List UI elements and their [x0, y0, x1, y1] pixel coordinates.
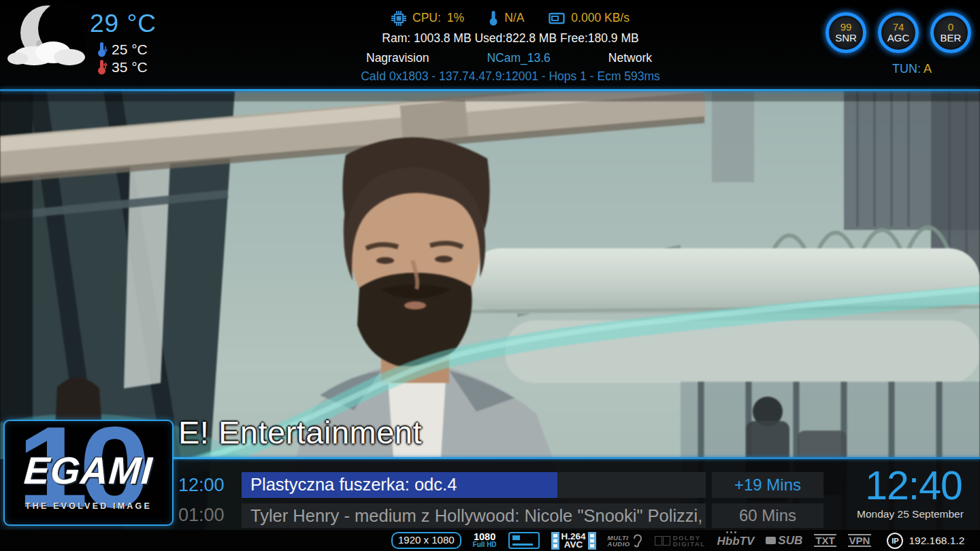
next-event-start-time: 01:00	[178, 505, 240, 526]
tuner-label: TUN:	[892, 62, 921, 76]
snr-label: SNR	[835, 33, 857, 44]
subtitles-indicator: SUB	[766, 534, 802, 548]
network-rate-value: 0.000 KB/s	[571, 11, 630, 25]
min-temperature-row: 25 °C	[97, 41, 148, 58]
ca-info-row: Nagravision NCam_13.6 Network	[366, 51, 652, 65]
video-codec-indicator: H.264 AVC	[551, 532, 596, 550]
resolution-height: 1080	[474, 533, 495, 541]
egami-logo: 10 EGAMI THE EVOLVED IMAGE	[3, 420, 174, 526]
snr-value: 99	[840, 22, 852, 33]
dolby-dd-icon	[655, 536, 670, 546]
max-temperature-row: 35 °C	[97, 59, 148, 76]
channel-name: E! Entertainment	[178, 414, 422, 451]
ber-label: BER	[941, 33, 962, 44]
system-stats-row: CPU: 1% N/A 0.000 KB	[265, 10, 755, 26]
agc-value: 74	[893, 22, 904, 33]
full-hd-label: Full HD	[473, 541, 497, 548]
current-event-box: Plastyczna fuszerka: odc.4	[242, 472, 706, 498]
cpu-value: 1%	[447, 11, 464, 25]
subtitle-bubble-icon	[766, 537, 776, 544]
tv-osd-screen: 29 °C 25 °C 35 °C	[0, 0, 980, 551]
clock-time: 12:40	[847, 463, 980, 509]
ca-system-name: Nagravision	[366, 51, 429, 65]
signal-gauges: 99 SNR 74 AGC 0 BER	[826, 12, 971, 53]
logo-brand-text: EGAMI	[3, 448, 174, 492]
next-duration-badge: 60 Mins	[712, 503, 823, 528]
resolution-badge: 1920 x 1080	[391, 532, 461, 549]
filmstrip-left-icon	[551, 532, 559, 550]
logo-tagline: THE EVOLVED IMAGE	[5, 501, 172, 511]
ear-icon	[632, 534, 643, 548]
teletext-indicator: TXT	[814, 534, 836, 547]
cpu-label: CPU:	[412, 11, 441, 25]
min-temperature: 25 °C	[112, 41, 148, 58]
current-event-title: Plastyczna fuszerka: odc.4	[242, 472, 706, 497]
next-event-box: Tyler Henry - medium z Hollywood: Nicole…	[242, 503, 706, 528]
dolby-line2: DIGITAL	[673, 541, 706, 547]
remaining-minutes-badge: +19 Mins	[712, 472, 823, 498]
clock-date: Monday 25 September	[840, 508, 980, 520]
top-status-bar: 29 °C 25 °C 35 °C	[0, 0, 980, 89]
max-temperature: 35 °C	[112, 59, 148, 76]
tuner-indicator: TUN: A	[875, 62, 949, 76]
ber-value: 0	[948, 22, 953, 33]
hbbtv-indicator: HbbTV	[717, 533, 755, 548]
emulator-name: NCam_13.6	[487, 51, 550, 65]
cpu-chip-icon	[391, 11, 406, 26]
next-event-title: Tyler Henry - medium z Hollywood: Nicole…	[242, 503, 706, 528]
system-info-block: CPU: 1% N/A 0.000 KB	[265, 0, 755, 89]
thermometer-down-icon	[97, 41, 108, 58]
system-temp-value: N/A	[504, 11, 524, 25]
ecm-detail-line: CaId 0x1803 - 137.74.47.9:12001 - Hops 1…	[265, 69, 755, 84]
current-temperature: 29 °C	[90, 10, 157, 38]
temperature-icon	[489, 10, 498, 26]
multi-audio-line2: AUDIO	[608, 541, 630, 547]
infobar-separator-line	[168, 457, 980, 459]
current-event-start-time: 12:00	[178, 475, 240, 496]
dolby-digital-indicator: DOLBY DIGITAL	[655, 535, 706, 547]
filmstrip-right-icon	[588, 532, 596, 550]
agc-label: AGC	[887, 33, 910, 44]
thermometer-up-icon	[97, 59, 108, 76]
hbbtv-label: HbbTV	[717, 535, 755, 548]
ber-gauge: 0 BER	[930, 12, 971, 53]
network-traffic-icon	[549, 12, 565, 25]
codec-profile: AVC	[564, 541, 583, 549]
aspect-ratio-icon	[508, 532, 540, 549]
multi-audio-indicator: MULTI AUDIO	[608, 534, 643, 548]
bottom-status-strip: 1920 x 1080 1080 Full HD H.264 AVC	[0, 530, 980, 551]
snr-gauge: 99 SNR	[826, 12, 866, 53]
aspect-icon-square	[512, 535, 520, 540]
ip-icon: IP	[887, 533, 903, 549]
moon-cloud-weather-icon	[7, 3, 86, 71]
ip-address: 192.168.1.2	[909, 535, 964, 547]
vpn-indicator: VPN	[848, 534, 872, 547]
ip-address-group: IP 192.168.1.2	[887, 533, 964, 549]
ecm-source: Network	[608, 51, 652, 65]
subtitles-label: SUB	[778, 534, 802, 548]
agc-gauge: 74 AGC	[878, 12, 919, 53]
tuner-value: A	[924, 62, 932, 76]
top-separator-line	[0, 89, 980, 91]
ram-info-line: Ram: 1003.8 MB Used:822.8 MB Free:180.9 …	[265, 31, 755, 46]
hbbtv-dots-icon	[726, 531, 736, 533]
hd-indicator: 1080 Full HD	[473, 533, 497, 548]
aspect-icon-line	[512, 544, 533, 546]
